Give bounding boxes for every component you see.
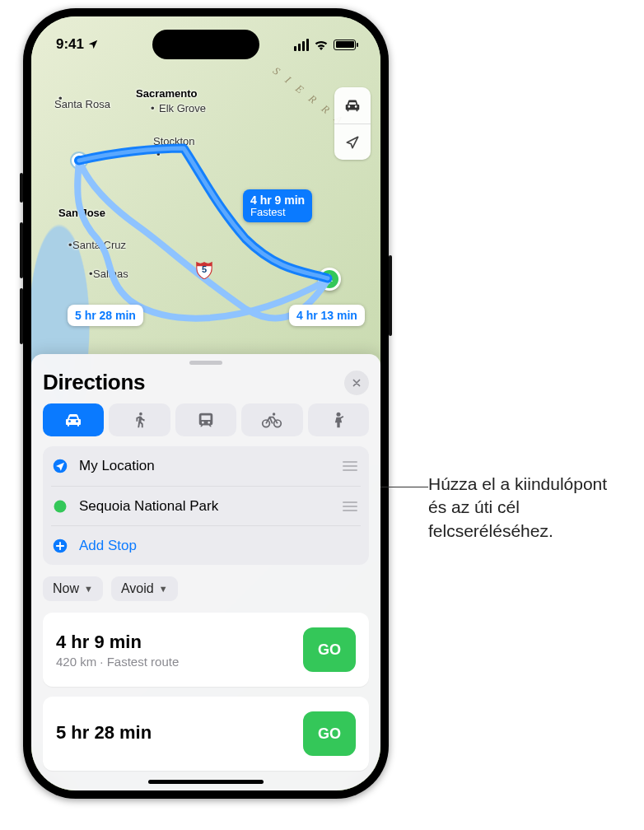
depart-time-dropdown[interactable]: Now ▼ xyxy=(43,576,103,601)
route-badge-alt[interactable]: 4 hr 13 min xyxy=(289,305,365,326)
route-badge-time: 5 hr 28 min xyxy=(75,309,136,322)
screen: 9:41 SIERRA xyxy=(31,16,380,790)
battery-icon xyxy=(334,40,356,50)
depart-time-label: Now xyxy=(53,581,79,596)
svg-point-0 xyxy=(139,413,142,416)
stop-origin-row[interactable]: My Location xyxy=(51,446,361,486)
bike-icon xyxy=(261,411,282,429)
stop-destination-row[interactable]: Sequoia National Park xyxy=(51,486,361,525)
locate-me-button[interactable] xyxy=(334,124,371,160)
close-button[interactable] xyxy=(344,371,369,395)
map-city-label: Santa Cruz xyxy=(72,239,126,251)
route-badge-fastest[interactable]: 4 hr 9 min Fastest xyxy=(243,189,312,222)
add-icon xyxy=(51,538,69,554)
svg-point-4 xyxy=(336,413,340,417)
mode-rideshare[interactable] xyxy=(308,403,369,436)
map-city-label: Elk Grove xyxy=(159,102,206,114)
map-origin-marker xyxy=(72,153,86,168)
svg-point-7 xyxy=(58,504,63,509)
stop-destination-label: Sequoia National Park xyxy=(79,498,333,515)
directions-sheet[interactable]: Directions xyxy=(31,354,380,790)
car-icon xyxy=(63,410,83,430)
origin-icon xyxy=(51,458,69,474)
route-badge-alt[interactable]: 5 hr 28 min xyxy=(68,305,143,326)
avoid-options-dropdown[interactable]: Avoid ▼ xyxy=(111,576,178,601)
reorder-handle[interactable] xyxy=(343,461,361,471)
car-icon xyxy=(343,96,362,114)
volume-down xyxy=(20,288,23,344)
map-city-label: • xyxy=(156,148,161,161)
map-city-label: Salinas xyxy=(93,268,128,280)
side-button xyxy=(389,255,392,336)
close-icon xyxy=(352,378,362,388)
map-city-label: San Jose xyxy=(58,207,105,219)
map-controls xyxy=(334,87,371,160)
map-city-label: • xyxy=(89,268,93,280)
mute-switch xyxy=(20,173,23,203)
stop-origin-label: My Location xyxy=(79,458,333,474)
route-stops-list: My Location Sequoia National Park xyxy=(43,446,369,565)
route-badge-subtitle: Fastest xyxy=(250,206,305,218)
chevron-down-icon: ▼ xyxy=(84,584,93,594)
route-duration: 4 hr 9 min xyxy=(56,632,179,653)
sheet-title: Directions xyxy=(43,370,145,395)
mode-cycling[interactable] xyxy=(241,403,302,436)
map-city-label: • xyxy=(151,102,155,114)
map-city-label: • xyxy=(68,239,72,251)
callout-text: Húzza el a kiindulópont és az úti cél fe… xyxy=(428,473,626,543)
svg-point-3 xyxy=(273,413,275,415)
map-city-label: Santa Rosa xyxy=(54,98,110,110)
home-indicator[interactable] xyxy=(148,780,264,784)
wifi-icon xyxy=(314,40,329,50)
park-icon xyxy=(323,273,336,286)
route-detail: 420 km · Fastest route xyxy=(56,655,179,669)
transit-icon xyxy=(197,411,215,429)
go-button[interactable]: GO xyxy=(303,627,356,672)
dynamic-island xyxy=(152,30,259,59)
route-results-list: 4 hr 9 min 420 km · Fastest route GO 5 h… xyxy=(43,613,369,771)
status-time: 9:41 xyxy=(56,36,84,53)
rideshare-icon xyxy=(330,411,347,429)
route-badge-time: 4 hr 9 min xyxy=(250,194,305,207)
transport-mode-tabs xyxy=(43,403,369,436)
location-arrow-icon xyxy=(344,134,361,151)
go-button[interactable]: GO xyxy=(303,711,356,756)
destination-icon xyxy=(51,498,69,515)
svg-point-1 xyxy=(263,420,270,427)
route-duration: 5 hr 28 min xyxy=(56,722,152,744)
avoid-label: Avoid xyxy=(121,581,154,596)
add-stop-row[interactable]: Add Stop xyxy=(51,525,361,565)
location-services-icon xyxy=(87,39,99,50)
transport-mode-button[interactable] xyxy=(334,87,371,124)
map-city-label: Stockton xyxy=(153,135,195,147)
cellular-signal-icon xyxy=(294,39,309,51)
highway-shield-icon: 5 xyxy=(195,259,213,279)
mode-driving[interactable] xyxy=(43,403,104,436)
mode-walking[interactable] xyxy=(109,403,170,436)
highway-number: 5 xyxy=(195,259,213,279)
route-badge-time: 4 hr 13 min xyxy=(296,309,357,322)
map-destination-marker xyxy=(318,268,341,291)
sheet-grabber[interactable] xyxy=(189,361,222,365)
walk-icon xyxy=(131,411,149,429)
volume-up xyxy=(20,222,23,278)
map-city-label: Sacramento xyxy=(136,87,197,100)
mode-transit[interactable] xyxy=(175,403,236,436)
add-stop-label: Add Stop xyxy=(79,538,361,554)
reorder-handle[interactable] xyxy=(343,501,361,511)
chevron-down-icon: ▼ xyxy=(159,584,168,594)
phone-frame: 9:41 SIERRA xyxy=(23,8,389,799)
route-result-card[interactable]: 5 hr 28 min GO xyxy=(43,697,369,771)
route-result-card[interactable]: 4 hr 9 min 420 km · Fastest route GO xyxy=(43,613,369,687)
